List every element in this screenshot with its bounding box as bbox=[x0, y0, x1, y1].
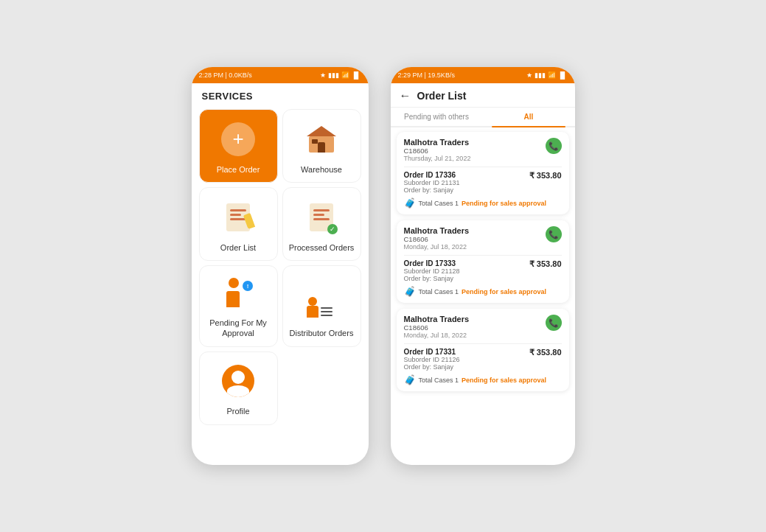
tab-all[interactable]: All bbox=[483, 108, 575, 126]
trader-date-0: Thursday, Jul 21, 2022 bbox=[404, 155, 471, 162]
trader-info-2: Malhotra Traders C18606 Monday, Jul 18, … bbox=[404, 315, 470, 339]
order-by-2: Order by: Sanjay bbox=[404, 363, 460, 371]
order-id-1: Order ID 17333 bbox=[404, 259, 460, 267]
pending-status-1: Pending for sales approval bbox=[462, 288, 546, 295]
order-amount-0: ₹ 353.80 bbox=[529, 171, 562, 181]
status-bar-right: 2:29 PM | 19.5KB/s ★ ▮▮▮ 📶 ▐▌ bbox=[391, 67, 575, 83]
order-card-1[interactable]: Malhotra Traders C18606 Monday, Jul 18, … bbox=[397, 220, 569, 303]
call-button-2[interactable]: 📞 bbox=[546, 315, 562, 331]
order-list-icon-wrap bbox=[219, 198, 257, 237]
order-footer-2: 🧳 Total Cases 1 Pending for sales approv… bbox=[404, 374, 562, 385]
total-cases-0: Total Cases 1 bbox=[419, 200, 459, 207]
order-card-0[interactable]: Malhotra Traders C18606 Thursday, Jul 21… bbox=[397, 132, 569, 214]
trader-id-1: C18606 bbox=[404, 235, 470, 243]
card-top-2: Malhotra Traders C18606 Monday, Jul 18, … bbox=[404, 315, 562, 339]
pending-badge-icon: ! bbox=[243, 281, 253, 291]
order-row-2: Order ID 17331 Suborder ID 21126 Order b… bbox=[404, 348, 562, 371]
menu-item-order-list[interactable]: Order List bbox=[199, 187, 278, 261]
warehouse-door bbox=[318, 142, 325, 153]
call-button-1[interactable]: 📞 bbox=[546, 226, 562, 242]
warehouse-icon-wrap bbox=[302, 120, 341, 158]
cases-icon-1: 🧳 bbox=[404, 286, 416, 297]
menu-item-processed-orders[interactable]: ✓ Processed Orders bbox=[282, 187, 361, 261]
order-amount-1: ₹ 353.80 bbox=[529, 259, 562, 269]
order-footer-0: 🧳 Total Cases 1 Pending for sales approv… bbox=[404, 197, 562, 209]
tabs-row: Pending with others All bbox=[391, 108, 575, 127]
status-icons-right: ★ ▮▮▮ 📶 ▐▌ bbox=[526, 71, 568, 79]
card-top-0: Malhotra Traders C18606 Thursday, Jul 21… bbox=[404, 138, 562, 162]
pending-approval-icon-wrap: ! bbox=[219, 273, 257, 312]
order-details-2: Order ID 17331 Suborder ID 21126 Order b… bbox=[404, 348, 460, 371]
total-cases-2: Total Cases 1 bbox=[419, 377, 459, 384]
order-details-1: Order ID 17333 Suborder ID 21128 Order b… bbox=[404, 259, 460, 282]
menu-item-pending-approval[interactable]: ! Pending For MyApproval bbox=[199, 265, 278, 347]
card-divider-0 bbox=[404, 167, 562, 167]
card-top-1: Malhotra Traders C18606 Monday, Jul 18, … bbox=[404, 226, 562, 251]
profile-body-icon bbox=[227, 385, 249, 397]
order-row-0: Order ID 17336 Suborder ID 21131 Order b… bbox=[404, 171, 562, 194]
tab-pending-with-others[interactable]: Pending with others bbox=[391, 108, 483, 126]
warehouse-window bbox=[312, 139, 318, 144]
order-details-0: Order ID 17336 Suborder ID 21131 Order b… bbox=[404, 171, 460, 194]
order-subid-2: Suborder ID 21126 bbox=[404, 356, 460, 363]
order-footer-1: 🧳 Total Cases 1 Pending for sales approv… bbox=[404, 286, 562, 297]
distributor-orders-icon bbox=[307, 288, 336, 318]
place-order-icon-wrap: + bbox=[219, 120, 257, 158]
processed-orders-icon-wrap: ✓ bbox=[302, 198, 341, 237]
order-card-2[interactable]: Malhotra Traders C18606 Monday, Jul 18, … bbox=[397, 309, 569, 391]
back-button[interactable]: ← bbox=[400, 89, 411, 102]
profile-icon-wrap bbox=[219, 362, 257, 400]
card-divider-2 bbox=[404, 343, 562, 344]
distributor-orders-label: Distributor Orders bbox=[290, 328, 354, 338]
warehouse-icon bbox=[307, 126, 336, 153]
card-divider-1 bbox=[404, 255, 562, 256]
total-cases-1: Total Cases 1 bbox=[419, 288, 459, 295]
profile-head-icon bbox=[231, 371, 245, 384]
plus-circle-icon: + bbox=[221, 122, 255, 156]
order-subid-0: Suborder ID 21131 bbox=[404, 179, 460, 186]
menu-item-profile[interactable]: Profile bbox=[199, 351, 278, 425]
trader-date-2: Monday, Jul 18, 2022 bbox=[404, 332, 470, 339]
trader-id-2: C18606 bbox=[404, 323, 470, 332]
order-list-header: ← Order List bbox=[391, 83, 575, 108]
status-icons-left: ★ ▮▮▮ 📶 ▐▌ bbox=[320, 71, 361, 79]
trader-date-1: Monday, Jul 18, 2022 bbox=[404, 243, 470, 251]
order-row-1: Order ID 17333 Suborder ID 21128 Order b… bbox=[404, 259, 562, 282]
order-by-1: Order by: Sanjay bbox=[404, 275, 460, 282]
warehouse-body bbox=[309, 136, 334, 153]
clip-line-2 bbox=[230, 214, 241, 216]
processed-orders-icon: ✓ bbox=[310, 203, 333, 231]
trader-id-0: C18606 bbox=[404, 147, 471, 155]
proc-line-2 bbox=[313, 214, 324, 216]
place-order-label: Place Order bbox=[217, 164, 260, 175]
check-badge-icon: ✓ bbox=[327, 224, 338, 234]
status-time-left: 2:28 PM | 0.0KB/s bbox=[199, 71, 252, 79]
profile-label: Profile bbox=[226, 406, 249, 416]
dist-lines-icon bbox=[321, 307, 332, 316]
cases-icon-0: 🧳 bbox=[404, 197, 416, 209]
order-subid-1: Suborder ID 21128 bbox=[404, 267, 460, 275]
menu-item-place-order[interactable]: + Place Order bbox=[199, 109, 278, 183]
person-head-icon bbox=[229, 278, 239, 288]
order-list-icon bbox=[226, 203, 250, 231]
warehouse-roof bbox=[307, 126, 336, 136]
person-body-icon bbox=[226, 291, 240, 307]
clip-line-1 bbox=[230, 209, 246, 211]
pending-status-2: Pending for sales approval bbox=[462, 377, 546, 384]
pending-status-0: Pending for sales approval bbox=[462, 200, 546, 207]
call-button-0[interactable]: 📞 bbox=[546, 138, 562, 154]
services-header: SERVICES bbox=[192, 83, 369, 106]
pending-approval-label: Pending For MyApproval bbox=[209, 318, 267, 339]
orders-list: Malhotra Traders C18606 Thursday, Jul 21… bbox=[391, 127, 575, 456]
menu-item-distributor-orders[interactable]: Distributor Orders bbox=[282, 265, 361, 347]
trader-info-0: Malhotra Traders C18606 Thursday, Jul 21… bbox=[404, 138, 471, 162]
menu-item-warehouse[interactable]: Warehouse bbox=[282, 109, 361, 183]
right-phone: 2:29 PM | 19.5KB/s ★ ▮▮▮ 📶 ▐▌ ← Order Li… bbox=[391, 67, 575, 465]
cases-icon-2: 🧳 bbox=[404, 374, 416, 385]
pending-approval-icon: ! bbox=[223, 278, 253, 307]
order-list-label: Order List bbox=[220, 242, 256, 253]
trader-name-0: Malhotra Traders bbox=[404, 138, 471, 147]
processed-orders-label: Processed Orders bbox=[289, 242, 355, 253]
dist-line-3 bbox=[321, 315, 332, 316]
order-id-0: Order ID 17336 bbox=[404, 171, 460, 179]
